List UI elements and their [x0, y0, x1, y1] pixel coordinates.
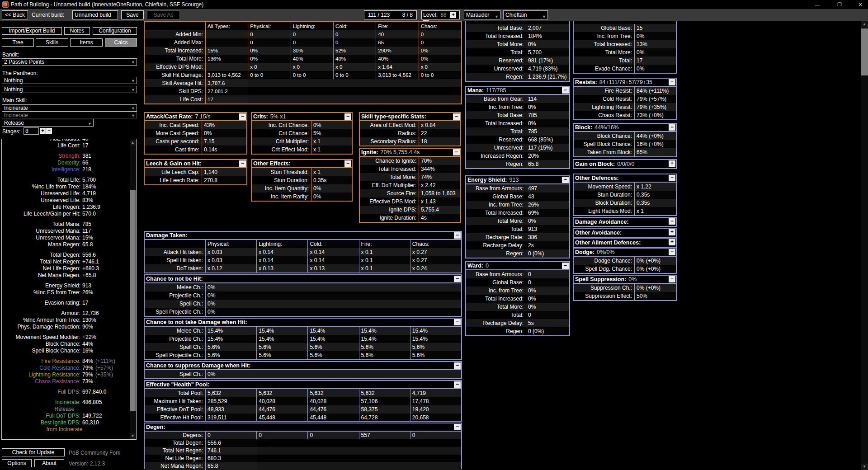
scroll-down-icon[interactable]: ▼ [861, 464, 868, 470]
calc-row: Total:785 [466, 127, 569, 136]
about-button[interactable]: About [34, 459, 64, 467]
minimize-icon[interactable]: — [811, 1, 824, 8]
calc-row: Total Base:2,007 [466, 24, 569, 32]
collapse-icon[interactable]: − [454, 276, 461, 282]
main-skill-dropdown[interactable]: Incinerate▼ [2, 104, 137, 112]
calc-row: Spell Ddg. Chance:0% (+0%) [574, 265, 676, 273]
ascendancy-dropdown[interactable]: Chieftain▼ [503, 10, 548, 19]
collapse-icon[interactable]: − [562, 177, 569, 183]
tab-calcs[interactable]: Calcs [105, 38, 137, 47]
collapse-icon[interactable]: − [669, 124, 675, 131]
scroll-down-icon[interactable]: ▼ [130, 433, 136, 439]
table-row: Attack Hit taken: x 0.03x 0.14x 0.14x 0.… [145, 248, 461, 256]
collapse-icon[interactable]: − [239, 160, 246, 167]
collapse-icon[interactable]: − [669, 276, 675, 282]
collapse-icon[interactable]: − [669, 218, 675, 225]
passive-points-box: 111 / 123 8 / 8 [364, 10, 417, 19]
configuration-button[interactable]: Configuration [93, 27, 137, 35]
stat-row: %Inc Life from Tree:184% [4, 183, 129, 190]
ignite-panel: Ignite:70% 5,755.4 4s− Chance to Ignite:… [359, 148, 461, 223]
main-scrollbar[interactable]: ▲ ▼ [861, 21, 868, 470]
not-take-damage-panel: Chance to not take Damage when Hit:− Mel… [144, 318, 462, 360]
table-row: Added Min: 0 0 0 40 0 [145, 30, 461, 38]
options-button[interactable]: Options [2, 459, 32, 467]
pantheon-minor-dropdown[interactable]: Nothing▼ [2, 86, 137, 93]
import-export-button[interactable]: Import/Export Build [2, 27, 62, 35]
collapse-icon[interactable]: − [454, 319, 461, 325]
collapse-icon[interactable]: − [344, 160, 351, 167]
skill-stage-dropdown[interactable]: Release▼ [2, 119, 94, 127]
calc-row: Inc. Cast Speed:43% [145, 121, 246, 129]
passive-points: 111 / 123 [368, 11, 390, 19]
level-plus-icon[interactable]: + [450, 12, 456, 18]
class-dropdown[interactable]: Marauder▼ [464, 10, 500, 19]
stat-row [4, 296, 129, 300]
collapse-icon[interactable]: − [454, 424, 461, 430]
scrollbar-thumb[interactable] [130, 190, 136, 411]
scroll-up-icon[interactable]: ▲ [861, 21, 868, 28]
collapse-icon[interactable]: − [669, 79, 675, 85]
bandit-dropdown[interactable]: 2 Passive Points▼ [2, 58, 137, 66]
collapse-icon[interactable]: − [562, 87, 569, 94]
table-row: Spell Projectile Ch.: 5.6%5.6%5.6%5.6%5.… [145, 351, 461, 359]
calc-row: Melee Ch.:0% [145, 283, 461, 291]
stat-scrollbar[interactable]: ▲ ▼ [130, 140, 136, 439]
stat-row: Net Life Regen:+680.3 [4, 265, 129, 272]
calc-row: Projectile Ch.:0% [145, 291, 461, 300]
restore-icon[interactable]: ❐ [833, 1, 846, 8]
damage-stats-table: All Types: Physical: Lightning: Cold: Fi… [144, 21, 462, 104]
calc-row: Cast time:0.14s [145, 146, 246, 154]
pantheon-major-dropdown[interactable]: Nothing▼ [2, 77, 137, 84]
close-icon[interactable]: ✕ [854, 1, 867, 8]
back-button[interactable]: << Back [2, 10, 28, 19]
calc-row: Total:5,700 [466, 48, 569, 56]
fire-resist-summary: 84+111 [599, 79, 618, 85]
stat-row: Total Net Regen:+746.1 [4, 258, 129, 265]
collapse-icon[interactable]: − [669, 249, 675, 255]
collapse-icon[interactable]: − [562, 263, 569, 269]
collapse-icon[interactable]: − [669, 175, 675, 181]
collapse-icon[interactable]: − [453, 149, 460, 155]
scroll-up-icon[interactable]: ▲ [130, 140, 136, 146]
build-name-input[interactable]: Unnamed build [72, 10, 118, 19]
tab-skills[interactable]: Skills [36, 38, 68, 47]
collapse-icon[interactable]: − [239, 113, 246, 120]
calc-row: Movement Speed:x 1.22 [574, 183, 676, 191]
collapse-icon[interactable]: − [454, 232, 461, 239]
stat-row: Strength:381 [4, 153, 129, 160]
stat-row: Total Life:5,700 [4, 177, 129, 183]
expand-icon[interactable]: + [669, 239, 675, 245]
stat-row: %Inc ES from Tree:26% [4, 289, 129, 296]
lightning-resist-summary: 79+35 [637, 79, 652, 85]
stat-row: Block Chance:44% [4, 341, 129, 348]
expand-icon[interactable]: + [669, 229, 675, 235]
leech-panel: Leech & Gain on Hit:− Life Leech Cap:1,1… [144, 159, 247, 185]
calc-row: Total Base:785 [466, 111, 569, 119]
stages-input[interactable]: 8 [24, 127, 39, 135]
level-box: Level: 88 +− [421, 10, 460, 19]
save-button[interactable]: Save [121, 10, 144, 19]
scrollbar-thumb[interactable] [861, 28, 868, 75]
collapse-icon[interactable]: − [453, 113, 460, 120]
expand-icon[interactable]: + [669, 160, 675, 167]
level-value[interactable]: 88 [440, 12, 446, 18]
table-row: Total Degen: 556.6 [145, 439, 461, 447]
tab-tree[interactable]: Tree [2, 38, 34, 47]
stat-row: Energy Shield:913 [4, 282, 129, 289]
collapse-icon[interactable]: − [454, 362, 461, 369]
calc-row: Regen:65.8 [466, 160, 569, 168]
collapse-icon[interactable]: − [454, 381, 461, 388]
check-update-button[interactable]: Check for Update [2, 448, 65, 456]
notes-button[interactable]: Notes [64, 27, 90, 35]
suppress-panel: Chance to suppress Damage when Hit:− Spe… [144, 361, 462, 379]
calc-row: Regen:0 (0%) [466, 327, 569, 335]
stat-row: Unreserved Mana:117 [4, 228, 129, 235]
main-skill-part-dropdown[interactable]: Incinerate▼ [2, 112, 137, 118]
calc-row: Total Increased:184% [466, 32, 569, 40]
calc-row: Base from Armours:497 [466, 184, 569, 193]
stat-row: Movement Speed Modifier:+22% [4, 334, 129, 341]
tab-items[interactable]: Items [70, 38, 103, 47]
stages-plus-icon[interactable]: + [40, 128, 46, 134]
stages-minus-icon[interactable]: − [46, 128, 52, 134]
collapse-icon[interactable]: − [344, 113, 351, 120]
